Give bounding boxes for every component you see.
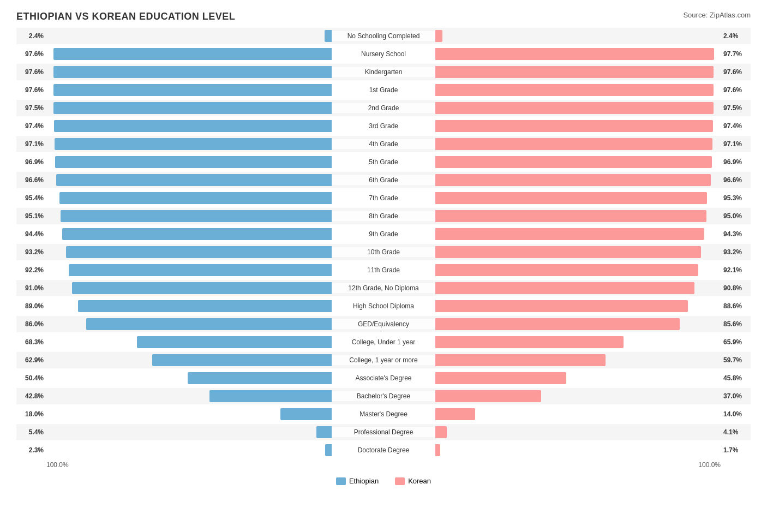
bar-row: 97.6% 1st Grade 97.6% — [16, 82, 751, 98]
left-value-label: 18.0% — [16, 410, 46, 418]
ethiopian-bar — [53, 66, 332, 78]
category-label: Associate's Degree — [332, 373, 435, 383]
ethiopian-bar — [78, 300, 332, 312]
bar-row: 50.4% Associate's Degree 45.8% — [16, 370, 751, 386]
left-bar-container — [46, 444, 332, 456]
right-bar-container — [435, 300, 721, 312]
ethiopian-bar — [280, 408, 332, 420]
right-value-label: 96.6% — [721, 176, 751, 184]
bars-wrapper: College, Under 1 year — [46, 334, 721, 350]
right-bar-container — [435, 336, 721, 348]
right-bar-container — [435, 318, 721, 330]
left-bar-container — [46, 354, 332, 366]
right-axis-label: 100.0% — [698, 461, 721, 469]
left-bar-container — [46, 264, 332, 276]
korean-bar — [435, 138, 712, 150]
left-value-label: 95.1% — [16, 212, 46, 220]
right-bar-container — [435, 66, 721, 78]
left-bar-container — [46, 408, 332, 420]
right-value-label: 65.9% — [721, 338, 751, 346]
left-bar-container — [46, 156, 332, 168]
korean-bar — [435, 300, 688, 312]
right-bar-container — [435, 210, 721, 222]
bars-wrapper: Associate's Degree — [46, 370, 721, 386]
left-value-label: 50.4% — [16, 374, 46, 382]
korean-bar — [435, 354, 606, 366]
legend-label-ethiopian: Ethiopian — [349, 477, 379, 485]
korean-bar — [435, 48, 714, 60]
ethiopian-bar — [62, 228, 332, 240]
korean-bar — [435, 156, 712, 168]
bar-row: 97.6% Nursery School 97.7% — [16, 46, 751, 62]
left-bar-container — [46, 84, 332, 96]
bars-wrapper: Master's Degree — [46, 406, 721, 422]
left-value-label: 97.1% — [16, 140, 46, 148]
left-bar-container — [46, 282, 332, 294]
right-bar-container — [435, 138, 721, 150]
bar-row: 95.1% 8th Grade 95.0% — [16, 208, 751, 224]
bar-row: 97.6% Kindergarten 97.6% — [16, 64, 751, 80]
bar-row: 92.2% 11th Grade 92.1% — [16, 262, 751, 278]
right-value-label: 97.1% — [721, 140, 751, 148]
bar-row: 2.3% Doctorate Degree 1.7% — [16, 442, 751, 458]
left-value-label: 96.6% — [16, 176, 46, 184]
bars-wrapper: College, 1 year or more — [46, 352, 721, 368]
korean-bar — [435, 444, 440, 456]
category-label: Bachelor's Degree — [332, 391, 435, 401]
category-label: 12th Grade, No Diploma — [332, 283, 435, 293]
bars-wrapper: 10th Grade — [46, 244, 721, 260]
right-value-label: 45.8% — [721, 374, 751, 382]
right-value-label: 90.8% — [721, 284, 751, 292]
left-value-label: 91.0% — [16, 284, 46, 292]
chart-container: ETHIOPIAN VS KOREAN EDUCATION LEVEL Sour… — [0, 0, 767, 518]
bars-wrapper: 7th Grade — [46, 190, 721, 206]
korean-bar — [435, 174, 711, 186]
bar-row: 96.6% 6th Grade 96.6% — [16, 172, 751, 188]
ethiopian-bar — [86, 318, 332, 330]
category-label: College, 1 year or more — [332, 355, 435, 365]
left-bar-container — [46, 30, 332, 42]
bar-row: 97.5% 2nd Grade 97.5% — [16, 100, 751, 116]
korean-bar — [435, 102, 714, 114]
left-value-label: 97.5% — [16, 104, 46, 112]
left-bar-container — [46, 390, 332, 402]
right-bar-container — [435, 102, 721, 114]
korean-bar — [435, 210, 706, 222]
left-bar-container — [46, 336, 332, 348]
ethiopian-bar — [152, 354, 332, 366]
right-value-label: 95.0% — [721, 212, 751, 220]
legend-item-korean: Korean — [395, 477, 431, 485]
ethiopian-bar — [55, 138, 332, 150]
left-value-label: 89.0% — [16, 302, 46, 310]
bar-row: 5.4% Professional Degree 4.1% — [16, 424, 751, 440]
left-value-label: 97.6% — [16, 86, 46, 94]
category-label: Kindergarten — [332, 67, 435, 77]
ethiopian-bar — [72, 282, 332, 294]
left-value-label: 92.2% — [16, 266, 46, 274]
korean-bar — [435, 264, 698, 276]
korean-bar — [435, 426, 447, 438]
right-bar-container — [435, 120, 721, 132]
left-axis-label: 100.0% — [46, 461, 69, 469]
bar-row: 94.4% 9th Grade 94.3% — [16, 226, 751, 242]
ethiopian-bar — [61, 210, 332, 222]
left-value-label: 97.6% — [16, 50, 46, 58]
bars-wrapper: 12th Grade, No Diploma — [46, 280, 721, 296]
ethiopian-bar — [55, 156, 332, 168]
bars-wrapper: Kindergarten — [46, 64, 721, 80]
korean-bar — [435, 30, 442, 42]
bar-row: 97.1% 4th Grade 97.1% — [16, 136, 751, 152]
ethiopian-bar — [53, 48, 332, 60]
bars-wrapper: Bachelor's Degree — [46, 388, 721, 404]
right-bar-container — [435, 48, 721, 60]
korean-bar — [435, 246, 701, 258]
right-value-label: 97.4% — [721, 122, 751, 130]
right-bar-container — [435, 282, 721, 294]
korean-bar — [435, 66, 714, 78]
right-value-label: 93.2% — [721, 248, 751, 256]
left-value-label: 42.8% — [16, 392, 46, 400]
korean-bar — [435, 120, 713, 132]
right-bar-container — [435, 408, 721, 420]
left-bar-container — [46, 102, 332, 114]
bars-wrapper: High School Diploma — [46, 298, 721, 314]
